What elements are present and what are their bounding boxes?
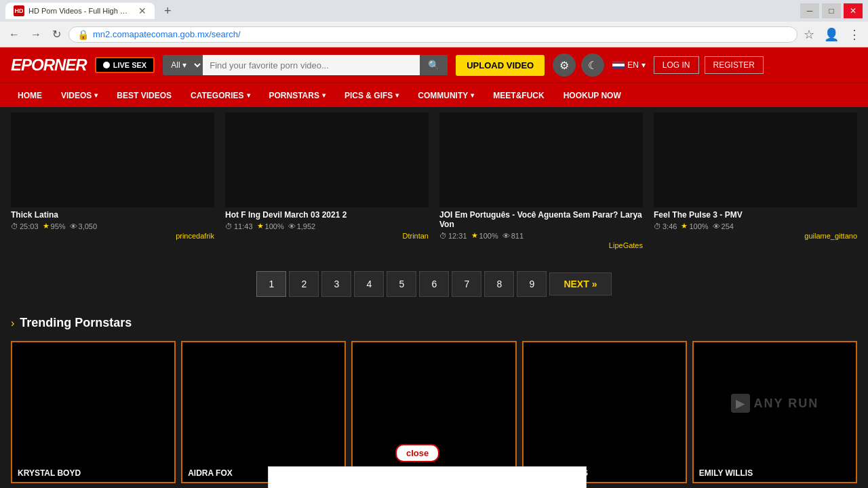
video-info-1: Hot F Ing Devil March 03 2021 2 ⏱ 11:43 … [225, 207, 429, 243]
login-button[interactable]: LOG IN [654, 56, 699, 74]
community-arrow: ▾ [471, 92, 474, 99]
popup-close-button[interactable]: close [395, 444, 439, 462]
uploader-1[interactable]: Dtrintan [225, 232, 429, 240]
live-sex-button[interactable]: LIVE SEX [95, 57, 155, 73]
video-title-1: Hot F Ing Devil March 03 2021 2 [225, 210, 429, 220]
tab-close-button[interactable]: ✕ [138, 5, 146, 16]
account-button[interactable]: 👤 [822, 25, 841, 44]
auth-buttons: LOG IN REGISTER [654, 56, 764, 74]
lang-arrow: ▾ [642, 60, 646, 70]
page-5-button[interactable]: 5 [387, 271, 416, 297]
video-thumbnail-3[interactable] [654, 113, 857, 207]
pagination: 1 2 3 4 5 6 7 8 9 NEXT » [11, 263, 857, 305]
video-card-3[interactable]: Feel The Pulse 3 - PMV ⏱ 3:46 ★100% 👁254… [654, 113, 857, 252]
forward-button[interactable]: → [27, 26, 45, 43]
upload-video-button[interactable]: UPLOAD VIDEO [456, 55, 545, 76]
video-title-2: JOI Em Português - Você Aguenta Sem Para… [439, 210, 643, 229]
uploader-2[interactable]: LipeGates [439, 241, 643, 249]
views-3: 👁254 [713, 222, 734, 230]
nav-home[interactable]: HOME [8, 83, 52, 108]
uploader-3[interactable]: guilame_gittano [654, 232, 857, 240]
video-card-1[interactable]: Hot F Ing Devil March 03 2021 2 ⏱ 11:43 … [225, 113, 429, 252]
close-button[interactable]: ✕ [844, 3, 863, 18]
search-input[interactable] [203, 55, 420, 75]
pornstar-thumb-4: ▶ ANY RUN [694, 342, 856, 464]
pornstar-card-0[interactable]: KRYSTAL BOYD [11, 341, 176, 483]
nav-videos[interactable]: VIDEOS▾ [52, 83, 107, 108]
video-info-3: Feel The Pulse 3 - PMV ⏱ 3:46 ★100% 👁254… [654, 207, 857, 243]
night-mode-button[interactable]: ☾ [581, 54, 604, 77]
bookmark-button[interactable]: ☆ [802, 25, 816, 44]
tab-favicon: HD [14, 5, 24, 16]
search-filter-select[interactable]: All ▾ [163, 55, 203, 75]
url-input[interactable] [93, 29, 789, 39]
page-6-button[interactable]: 6 [419, 271, 449, 297]
page-2-button[interactable]: 2 [289, 271, 319, 297]
nav-pornstars[interactable]: PORNSTARS▾ [260, 83, 335, 108]
rating-0: ★95% [43, 222, 66, 230]
address-bar[interactable]: 🔒 [68, 26, 797, 43]
nav-community[interactable]: COMMUNITY▾ [408, 83, 484, 108]
nav-best-videos[interactable]: BEST VIDEOS [107, 83, 181, 108]
new-tab-button[interactable]: + [160, 3, 176, 20]
pornstar-grid: KRYSTAL BOYD AIDRA FOX ENZIE REEVES [11, 341, 857, 483]
pornstar-thumb-3 [524, 342, 686, 464]
nav-hookup-now[interactable]: HOOKUP NOW [554, 83, 631, 108]
page-3-button[interactable]: 3 [321, 271, 351, 297]
next-page-button[interactable]: NEXT » [549, 272, 611, 296]
nav-meet-fuck[interactable]: MEET&FUCK [484, 83, 553, 108]
video-row: Thick Latina ⏱ 25:03 ★95% 👁3,050 princed… [11, 113, 857, 252]
videos-arrow: ▾ [94, 92, 98, 99]
address-bar-container: ← → ↻ 🔒 ☆ 👤 ⋮ [0, 22, 868, 47]
nav-pics-gifs[interactable]: PICS & GIFS▾ [335, 83, 408, 108]
page-7-button[interactable]: 7 [452, 271, 481, 297]
pornstar-card-4[interactable]: ▶ ANY RUN EMILY WILLIS [692, 341, 857, 483]
browser-tab[interactable]: HD HD Porn Videos - Full High Definition… [5, 3, 155, 19]
restore-button[interactable]: □ [822, 3, 841, 18]
pornstar-card-2[interactable] [351, 341, 516, 483]
rating-1: ★100% [257, 222, 284, 230]
flag-icon [612, 61, 625, 69]
page-4-button[interactable]: 4 [354, 271, 384, 297]
pornstar-card-3[interactable]: ENZIE REEVES [522, 341, 687, 483]
search-button[interactable]: 🔍 [420, 55, 448, 75]
duration-1: ⏱ 11:43 [225, 222, 253, 230]
video-info-2: JOI Em Português - Você Aguenta Sem Para… [439, 207, 643, 252]
uploader-0[interactable]: princedafrik [11, 232, 214, 240]
register-button[interactable]: REGISTER [705, 56, 764, 74]
nav-categories[interactable]: CATEGORIES▾ [181, 83, 259, 108]
site-navigation: HOME VIDEOS▾ BEST VIDEOS CATEGORIES▾ POR… [0, 83, 868, 107]
video-thumbnail-2[interactable] [439, 113, 643, 207]
video-card-2[interactable]: JOI Em Português - Você Aguenta Sem Para… [439, 113, 643, 252]
refresh-button[interactable]: ↻ [49, 26, 64, 43]
lang-label: EN [627, 60, 639, 70]
anyrun-watermark: ▶ ANY RUN [731, 394, 819, 413]
site-logo[interactable]: EPORNER [11, 56, 87, 75]
video-title-3: Feel The Pulse 3 - PMV [654, 210, 857, 220]
video-meta-2: ⏱ 12:31 ★100% 👁811 [439, 231, 643, 240]
rating-2: ★100% [471, 231, 498, 240]
minimize-button[interactable]: ─ [800, 3, 819, 18]
views-1: 👁1,952 [288, 222, 316, 230]
trending-title: Trending Pornstars [20, 316, 132, 330]
live-indicator [103, 62, 110, 68]
pornstar-card-1[interactable]: AIDRA FOX [181, 341, 346, 483]
page-1-button[interactable]: 1 [256, 271, 286, 297]
video-thumbnail-1[interactable] [225, 113, 429, 207]
back-button[interactable]: ← [5, 26, 23, 43]
page-8-button[interactable]: 8 [484, 271, 514, 297]
duration-0: ⏱ 25:03 [11, 222, 39, 230]
trending-arrow-icon: › [11, 317, 14, 329]
settings-icon-button[interactable]: ⚙ [553, 54, 576, 77]
video-meta-1: ⏱ 11:43 ★100% 👁1,952 [225, 222, 429, 230]
title-bar: HD HD Porn Videos - Full High Definition… [0, 0, 868, 22]
page-9-button[interactable]: 9 [517, 271, 547, 297]
language-button[interactable]: EN ▾ [612, 60, 646, 70]
video-thumbnail-0[interactable] [11, 113, 214, 207]
menu-button[interactable]: ⋮ [846, 25, 863, 44]
video-card-0[interactable]: Thick Latina ⏱ 25:03 ★95% 👁3,050 princed… [11, 113, 214, 252]
browser-action-buttons: ☆ 👤 ⋮ [802, 25, 863, 44]
video-title-0: Thick Latina [11, 210, 214, 220]
main-content: Thick Latina ⏱ 25:03 ★95% 👁3,050 princed… [0, 107, 868, 488]
pornstar-name-3: ENZIE REEVES [524, 464, 686, 482]
